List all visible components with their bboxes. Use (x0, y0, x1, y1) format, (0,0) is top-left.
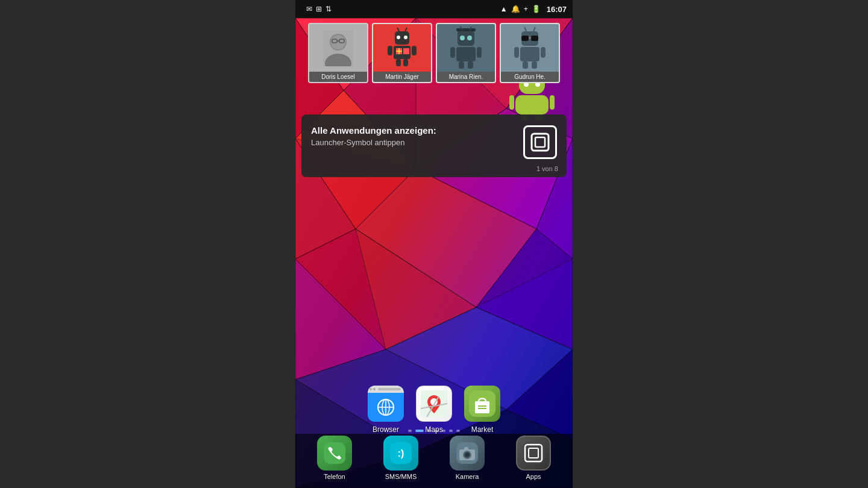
svg-point-32 (397, 36, 400, 39)
maps-art (421, 390, 447, 417)
svg-rect-37 (388, 46, 392, 55)
contact-name-marina: Marina Rien. (437, 72, 495, 82)
smsmms-label: SMS/MMS (385, 473, 417, 480)
tooltip-title: Alle Anwendungen anzeigen: (311, 125, 516, 136)
contact-avatar-marina (437, 24, 495, 72)
svg-rect-52 (456, 47, 476, 61)
contact-avatar-gudrun (501, 24, 559, 72)
grid-icon: ⊞ (316, 5, 322, 13)
telefon-label: Telefon (324, 473, 345, 480)
svg-rect-53 (450, 47, 455, 58)
svg-rect-38 (412, 46, 417, 55)
indicator-dot-7 (456, 430, 460, 432)
telefon-icon[interactable] (317, 436, 352, 471)
svg-rect-82 (550, 95, 555, 110)
camera-icon-art (456, 442, 478, 464)
svg-rect-72 (535, 137, 545, 147)
dock: Telefon :) SMS/MMS (295, 434, 573, 488)
contact-avatar-marina-art (448, 25, 484, 70)
browser-icon[interactable] (368, 386, 404, 422)
status-time: 16:07 (547, 5, 567, 14)
battery-alert-icon: 🔔 (511, 5, 520, 13)
indicator-dot-5 (442, 430, 445, 432)
tooltip-subtitle: Launcher-Symbol antippen (311, 138, 516, 147)
svg-point-104 (465, 453, 469, 457)
indicator-dot-3 (427, 430, 431, 432)
svg-text::): :) (398, 448, 404, 458)
indicator-dot-4 (435, 430, 438, 432)
svg-rect-60 (531, 36, 538, 41)
shortcut-browser[interactable]: Browser (368, 386, 404, 434)
svg-rect-94 (475, 401, 489, 413)
svg-rect-42 (403, 48, 409, 54)
tooltip-launcher-icon[interactable] (523, 125, 557, 159)
contact-marina[interactable]: Marina Rien. (436, 23, 496, 83)
svg-rect-69 (523, 61, 528, 69)
contact-photo-doris (323, 30, 353, 66)
svg-rect-40 (403, 59, 408, 66)
shortcut-maps[interactable]: Maps (416, 386, 452, 434)
maps-icon[interactable] (416, 386, 452, 422)
svg-rect-97 (324, 442, 345, 464)
sms-icon-art: :) (390, 442, 412, 464)
contact-doris[interactable]: Doris Loesel (308, 23, 368, 83)
contact-avatar-martin (373, 24, 431, 72)
phone-icon-art (324, 442, 345, 464)
page-indicators (295, 430, 573, 432)
tooltip-popup[interactable]: Alle Anwendungen anzeigen: Launcher-Symb… (301, 114, 567, 177)
status-bar: ✉ ⊞ ⇅ ▲ 🔔 + 🔋 16:07 (295, 0, 573, 18)
indicator-dot-2 (415, 430, 424, 432)
dock-kamera[interactable]: Kamera (450, 436, 485, 480)
svg-rect-49 (456, 28, 476, 31)
indicator-dot-1 (408, 430, 412, 432)
kamera-icon[interactable] (450, 436, 485, 471)
svg-rect-54 (477, 47, 482, 58)
globe-icon (377, 398, 395, 416)
svg-rect-105 (464, 447, 468, 450)
contact-avatar-martin-art (384, 25, 420, 70)
app-shortcuts: Browser Maps (295, 386, 573, 434)
contacts-strip: Doris Loesel (295, 23, 573, 83)
wallpaper: Doris Loesel (295, 18, 573, 488)
contact-name-doris: Doris Loesel (309, 72, 367, 82)
svg-point-48 (467, 36, 472, 40)
kamera-label: Kamera (456, 473, 479, 480)
svg-rect-55 (459, 61, 464, 69)
svg-rect-66 (520, 47, 539, 61)
dock-apps[interactable]: Apps (516, 436, 551, 480)
browser-window-preview (368, 386, 404, 422)
apps-launcher-icon-art (523, 442, 544, 464)
usb-icon: ⇅ (326, 5, 332, 13)
svg-point-33 (404, 36, 407, 39)
svg-rect-70 (532, 61, 537, 69)
gmail-icon: ✉ (306, 5, 312, 13)
contact-avatar-gudrun-art (512, 25, 548, 70)
svg-rect-59 (521, 36, 529, 41)
contact-avatar-doris (309, 24, 367, 72)
svg-rect-68 (541, 47, 546, 58)
shortcut-market[interactable]: Market (464, 386, 500, 434)
apps-icon[interactable] (516, 436, 551, 471)
svg-rect-39 (396, 59, 401, 66)
contact-gudrun[interactable]: Gudrun He. (500, 23, 560, 83)
apps-label: Apps (526, 473, 541, 480)
tooltip-text-area: Alle Anwendungen anzeigen: Launcher-Symb… (311, 125, 516, 147)
contact-name-martin: Martin Jäger (373, 72, 431, 82)
svg-point-47 (460, 36, 465, 40)
svg-rect-67 (514, 47, 519, 58)
market-icon[interactable] (464, 386, 500, 422)
dock-smsmms[interactable]: :) SMS/MMS (383, 436, 418, 480)
contact-name-gudrun: Gudrun He. (501, 72, 559, 82)
launcher-symbol-icon (529, 131, 551, 153)
phone-frame: ✉ ⊞ ⇅ ▲ 🔔 + 🔋 16:07 (295, 0, 573, 488)
tooltip-page-indicator: 1 von 8 (536, 165, 558, 172)
battery-plus-icon: + (524, 5, 528, 13)
market-art (469, 390, 495, 417)
svg-rect-80 (515, 95, 549, 114)
svg-point-26 (331, 35, 345, 49)
sms-icon[interactable]: :) (383, 436, 418, 471)
dock-telefon[interactable]: Telefon (317, 436, 352, 480)
battery-icon: 🔋 (532, 5, 541, 13)
wifi-icon: ▲ (500, 5, 508, 13)
contact-martin[interactable]: Martin Jäger (372, 23, 432, 83)
